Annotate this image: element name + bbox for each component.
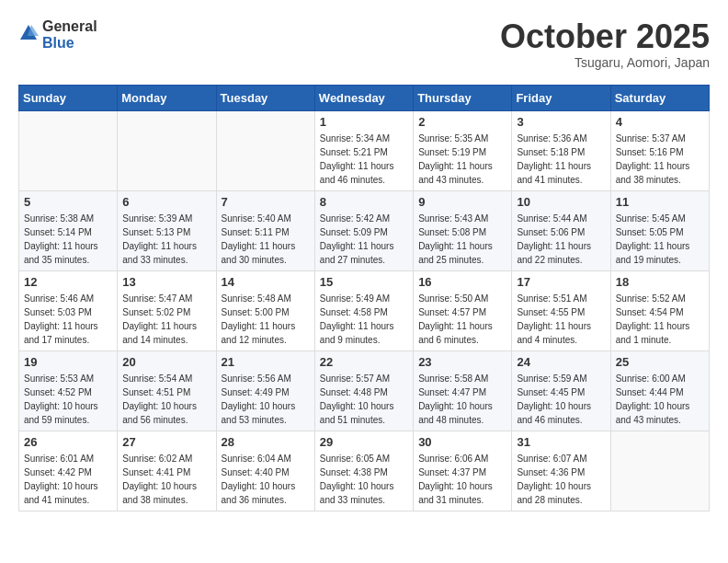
day-number: 18 [616,275,704,289]
calendar-cell: 1Sunrise: 5:34 AM Sunset: 5:21 PM Daylig… [314,110,413,190]
calendar-cell: 9Sunrise: 5:43 AM Sunset: 5:08 PM Daylig… [414,190,512,270]
day-number: 24 [517,355,605,369]
calendar-cell: 5Sunrise: 5:38 AM Sunset: 5:14 PM Daylig… [19,190,118,270]
day-info: Sunrise: 5:54 AM Sunset: 4:51 PM Dayligh… [122,372,210,427]
day-info: Sunrise: 6:07 AM Sunset: 4:36 PM Dayligh… [517,452,605,507]
day-number: 7 [222,195,310,209]
day-number: 20 [122,355,210,369]
day-info: Sunrise: 5:40 AM Sunset: 5:11 PM Dayligh… [222,212,310,267]
calendar-cell: 24Sunrise: 5:59 AM Sunset: 4:45 PM Dayli… [512,350,610,431]
logo: General Blue [18,18,97,51]
calendar-cell: 10Sunrise: 5:44 AM Sunset: 5:06 PM Dayli… [512,190,610,270]
calendar-header-row: SundayMondayTuesdayWednesdayThursdayFrid… [19,85,710,110]
day-info: Sunrise: 5:56 AM Sunset: 4:49 PM Dayligh… [222,372,310,427]
calendar-cell: 7Sunrise: 5:40 AM Sunset: 5:11 PM Daylig… [216,190,314,270]
calendar-cell: 29Sunrise: 6:05 AM Sunset: 4:38 PM Dayli… [314,431,413,511]
day-info: Sunrise: 5:43 AM Sunset: 5:08 PM Dayligh… [418,212,506,267]
day-info: Sunrise: 5:49 AM Sunset: 4:58 PM Dayligh… [320,292,408,347]
calendar-week-row: 12Sunrise: 5:46 AM Sunset: 5:03 PM Dayli… [19,270,710,350]
day-info: Sunrise: 5:35 AM Sunset: 5:19 PM Dayligh… [418,132,506,187]
day-info: Sunrise: 5:53 AM Sunset: 4:52 PM Dayligh… [24,372,112,427]
day-number: 14 [222,275,310,289]
day-number: 4 [616,115,704,129]
day-number: 23 [418,355,506,369]
day-info: Sunrise: 5:38 AM Sunset: 5:14 PM Dayligh… [24,212,112,267]
day-info: Sunrise: 6:00 AM Sunset: 4:44 PM Dayligh… [616,372,704,427]
day-number: 13 [122,275,210,289]
calendar-cell [118,110,216,190]
weekday-header-saturday: Saturday [610,85,709,110]
day-info: Sunrise: 5:36 AM Sunset: 5:18 PM Dayligh… [517,132,605,187]
day-number: 2 [418,115,506,129]
logo-general: General [42,18,97,35]
day-info: Sunrise: 5:44 AM Sunset: 5:06 PM Dayligh… [517,212,605,267]
calendar-cell: 18Sunrise: 5:52 AM Sunset: 4:54 PM Dayli… [610,270,709,350]
day-number: 26 [24,435,112,449]
calendar-cell: 27Sunrise: 6:02 AM Sunset: 4:41 PM Dayli… [118,431,216,511]
day-info: Sunrise: 5:52 AM Sunset: 4:54 PM Dayligh… [616,292,704,347]
calendar-cell: 14Sunrise: 5:48 AM Sunset: 5:00 PM Dayli… [216,270,314,350]
day-info: Sunrise: 5:50 AM Sunset: 4:57 PM Dayligh… [418,292,506,347]
day-info: Sunrise: 6:01 AM Sunset: 4:42 PM Dayligh… [24,452,112,507]
day-number: 16 [418,275,506,289]
calendar-cell [610,431,709,511]
day-number: 15 [320,275,408,289]
day-number: 30 [418,435,506,449]
calendar-cell [216,110,314,190]
calendar-cell: 2Sunrise: 5:35 AM Sunset: 5:19 PM Daylig… [414,110,512,190]
calendar-cell: 19Sunrise: 5:53 AM Sunset: 4:52 PM Dayli… [19,350,118,431]
calendar-cell: 26Sunrise: 6:01 AM Sunset: 4:42 PM Dayli… [19,431,118,511]
day-info: Sunrise: 5:51 AM Sunset: 4:55 PM Dayligh… [517,292,605,347]
calendar-week-row: 26Sunrise: 6:01 AM Sunset: 4:42 PM Dayli… [19,431,710,511]
day-info: Sunrise: 5:58 AM Sunset: 4:47 PM Dayligh… [418,372,506,427]
day-info: Sunrise: 5:57 AM Sunset: 4:48 PM Dayligh… [320,372,408,427]
day-number: 12 [24,275,112,289]
calendar-cell: 20Sunrise: 5:54 AM Sunset: 4:51 PM Dayli… [118,350,216,431]
day-info: Sunrise: 6:02 AM Sunset: 4:41 PM Dayligh… [122,452,210,507]
calendar-cell: 4Sunrise: 5:37 AM Sunset: 5:16 PM Daylig… [610,110,709,190]
location: Tsugaru, Aomori, Japan [500,55,710,70]
calendar-week-row: 1Sunrise: 5:34 AM Sunset: 5:21 PM Daylig… [19,110,710,190]
weekday-header-friday: Friday [512,85,610,110]
day-info: Sunrise: 5:42 AM Sunset: 5:09 PM Dayligh… [320,212,408,267]
day-number: 1 [320,115,408,129]
day-number: 28 [222,435,310,449]
calendar-cell: 11Sunrise: 5:45 AM Sunset: 5:05 PM Dayli… [610,190,709,270]
weekday-header-wednesday: Wednesday [314,85,413,110]
weekday-header-monday: Monday [118,85,216,110]
weekday-header-tuesday: Tuesday [216,85,314,110]
calendar-cell: 8Sunrise: 5:42 AM Sunset: 5:09 PM Daylig… [314,190,413,270]
day-info: Sunrise: 5:59 AM Sunset: 4:45 PM Dayligh… [517,372,605,427]
calendar-cell: 3Sunrise: 5:36 AM Sunset: 5:18 PM Daylig… [512,110,610,190]
calendar-table: SundayMondayTuesdayWednesdayThursdayFrid… [18,85,710,511]
calendar-cell: 21Sunrise: 5:56 AM Sunset: 4:49 PM Dayli… [216,350,314,431]
title-block: October 2025 Tsugaru, Aomori, Japan [500,18,710,70]
day-number: 29 [320,435,408,449]
page-header: General Blue October 2025 Tsugaru, Aomor… [18,18,710,70]
logo-blue: Blue [42,35,97,52]
weekday-header-sunday: Sunday [19,85,118,110]
day-number: 25 [616,355,704,369]
day-number: 6 [122,195,210,209]
day-number: 10 [517,195,605,209]
day-info: Sunrise: 5:39 AM Sunset: 5:13 PM Dayligh… [122,212,210,267]
day-number: 21 [222,355,310,369]
day-number: 22 [320,355,408,369]
day-number: 5 [24,195,112,209]
calendar-cell: 15Sunrise: 5:49 AM Sunset: 4:58 PM Dayli… [314,270,413,350]
day-info: Sunrise: 6:05 AM Sunset: 4:38 PM Dayligh… [320,452,408,507]
calendar-week-row: 5Sunrise: 5:38 AM Sunset: 5:14 PM Daylig… [19,190,710,270]
calendar-cell [19,110,118,190]
day-info: Sunrise: 5:48 AM Sunset: 5:00 PM Dayligh… [222,292,310,347]
calendar-cell: 28Sunrise: 6:04 AM Sunset: 4:40 PM Dayli… [216,431,314,511]
day-info: Sunrise: 5:34 AM Sunset: 5:21 PM Dayligh… [320,132,408,187]
day-number: 8 [320,195,408,209]
day-info: Sunrise: 6:04 AM Sunset: 4:40 PM Dayligh… [222,452,310,507]
calendar-cell: 13Sunrise: 5:47 AM Sunset: 5:02 PM Dayli… [118,270,216,350]
calendar-cell: 17Sunrise: 5:51 AM Sunset: 4:55 PM Dayli… [512,270,610,350]
calendar-week-row: 19Sunrise: 5:53 AM Sunset: 4:52 PM Dayli… [19,350,710,431]
day-info: Sunrise: 5:37 AM Sunset: 5:16 PM Dayligh… [616,132,704,187]
day-info: Sunrise: 5:47 AM Sunset: 5:02 PM Dayligh… [122,292,210,347]
calendar-cell: 30Sunrise: 6:06 AM Sunset: 4:37 PM Dayli… [414,431,512,511]
calendar-cell: 31Sunrise: 6:07 AM Sunset: 4:36 PM Dayli… [512,431,610,511]
